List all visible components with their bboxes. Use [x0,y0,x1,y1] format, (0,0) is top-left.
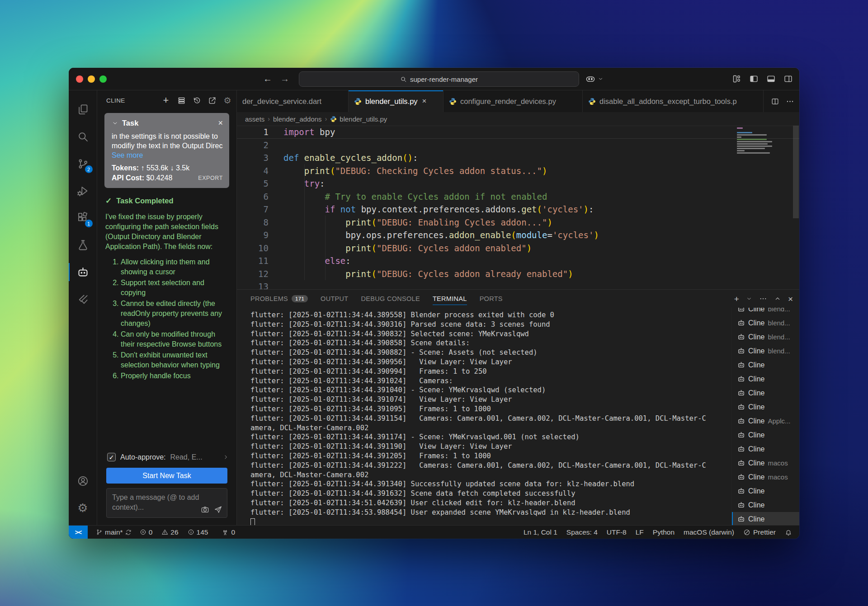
activity-bar-item-extensions[interactable]: 1 [69,204,97,231]
minimize-window-button[interactable] [88,75,95,83]
panel-tab-terminal[interactable]: TERMINAL [433,290,467,308]
open-in-editor-icon[interactable] [208,96,217,105]
sidebar-title: CLINE [106,97,125,104]
code-line: 13 [237,280,799,289]
activity-bar-item-cline[interactable] [69,258,97,286]
breadcrumb-item[interactable]: blender_utils.py [330,115,387,123]
terminal-output[interactable]: flutter: [2025-01-02T11:34:44.389558] Bl… [237,308,731,525]
copilot-menu[interactable] [585,68,604,90]
export-button[interactable]: EXPORT [198,175,223,181]
activity-bar-item-search[interactable] [69,123,97,150]
panel-more-actions-icon[interactable] [759,295,767,303]
camera-icon[interactable] [201,505,209,514]
command-center-search[interactable]: super-render-manager [299,71,579,87]
terminal-list-item[interactable]: Cline [732,358,799,372]
activity-bar-item-explorer[interactable] [69,96,97,123]
mcp-servers-icon[interactable] [177,96,186,105]
activity-bar-item-source-control[interactable]: 2 [69,150,97,177]
terminal-list-item[interactable]: Clineblend... [732,344,799,358]
activity-bar-item-testing[interactable] [69,231,97,258]
code-line: 12 print("DEBUG: Cycles addon already en… [237,268,799,281]
terminal-list-item[interactable]: Cline [732,400,799,414]
status-item-utf-8[interactable]: UTF-8 [607,526,627,539]
terminal-list-item[interactable]: Clineblend... [732,308,799,316]
activity-bar-item-settings[interactable]: ⚙ [69,494,97,521]
auto-approve-checkbox[interactable]: ✓ [107,453,116,461]
zoom-window-button[interactable] [99,75,107,83]
activity-bar-item-run-debug[interactable] [69,177,97,204]
terminal-list-item[interactable]: Cline [732,372,799,386]
new-task-icon[interactable]: + [161,96,170,105]
terminal-list-item[interactable]: Clineblend... [732,316,799,330]
sync-icon[interactable] [125,529,132,536]
close-panel-icon[interactable]: × [788,295,793,303]
toggle-primary-sidebar-icon[interactable] [749,74,759,84]
maximize-panel-icon[interactable] [774,295,781,302]
source-control-badge: 2 [85,165,93,173]
editor-scrollbar[interactable] [793,126,799,218]
editor-tab[interactable]: configure_render_devices.py [443,90,583,112]
customize-layout-icon[interactable] [732,74,741,84]
panel-tab-debug-console[interactable]: DEBUG CONSOLE [361,290,420,308]
history-icon[interactable] [192,96,201,105]
status-item-python[interactable]: Python [653,526,675,539]
accounts-icon [77,475,89,487]
status-item-spaces-4[interactable]: Spaces: 4 [566,526,598,539]
history-navigation: ← → [263,68,289,90]
remote-indicator[interactable]: >< [69,526,88,539]
status-item-bell[interactable] [785,526,792,539]
status-item-lf[interactable]: LF [636,526,644,539]
editor-tab[interactable]: disable_all_addons_except_turbo_tools.p [583,90,764,112]
go-back-icon[interactable]: ← [263,74,272,84]
terminal-profile-dropdown-icon[interactable] [746,296,752,302]
breadcrumb-item[interactable]: assets [245,115,264,123]
status-item-ln-1-col-1[interactable]: Ln 1, Col 1 [524,526,557,539]
close-icon[interactable]: × [218,118,223,128]
terminal-list-item[interactable]: Clinemacos [732,470,799,484]
terminal-list-item[interactable]: Clinemacos [732,456,799,470]
send-icon[interactable] [214,505,222,514]
terminal-list-item[interactable]: Cline [732,512,799,525]
panel-tab-problems[interactable]: PROBLEMS171 [250,290,308,308]
ports-status-item[interactable]: 0 [222,526,235,539]
start-new-task-button[interactable]: Start New Task [106,468,227,484]
minimap[interactable] [737,127,774,156]
problems-status-item[interactable]: 026145 [140,526,208,539]
terminal-item-label: Cline [748,333,764,341]
more-actions-icon[interactable] [786,97,794,106]
status-item-macos-darwin-[interactable]: macOS (darwin) [684,526,734,539]
panel-tab-ports[interactable]: PORTS [480,290,503,308]
go-forward-icon[interactable]: → [280,74,289,84]
new-terminal-icon[interactable]: + [734,295,739,303]
terminal-list-item[interactable]: Cline [732,498,799,512]
code-editor[interactable]: 1import bpy23def enable_cycles_addon():4… [237,126,799,289]
robot-icon [737,308,745,313]
terminal-list-item[interactable]: Cline [732,484,799,498]
close-window-button[interactable] [76,75,83,83]
settings-icon[interactable]: ⚙ [223,96,232,105]
message-input[interactable]: Type a message (@ to add context)... [106,488,227,518]
toggle-secondary-sidebar-icon[interactable] [783,74,793,84]
split-editor-icon[interactable] [771,97,779,106]
editor-tab[interactable]: blender_utils.py× [349,90,443,112]
activity-bar-item-accounts[interactable] [69,467,97,494]
terminal-list-item[interactable]: Cline [732,386,799,400]
toggle-panel-icon[interactable] [766,74,776,84]
close-tab-icon[interactable]: × [422,97,427,106]
terminal-item-label: Cline [748,403,764,411]
terminal-list-item[interactable]: Cline [732,442,799,456]
code-line: 1import bpy [237,126,799,139]
terminal-item-label: Cline [748,445,764,453]
editor-tab[interactable]: der_device_service.dart [237,90,349,112]
chevron-down-icon[interactable] [112,120,118,127]
branch-status-item[interactable]: main* [96,526,132,539]
terminal-list-item[interactable]: ClineApplc... [732,414,799,428]
status-item-prettier[interactable]: Prettier [743,526,776,539]
see-more-link[interactable]: See more [112,151,143,159]
activity-bar-item-flutter[interactable] [69,286,97,313]
terminal-list-item[interactable]: Cline [732,428,799,442]
auto-approve-row[interactable]: ✓ Auto-approve: Read, E... [97,450,236,464]
breadcrumb-item[interactable]: blender_addons [273,115,322,123]
panel-tab-output[interactable]: OUTPUT [321,290,348,308]
terminal-list-item[interactable]: Clineblend... [732,330,799,344]
